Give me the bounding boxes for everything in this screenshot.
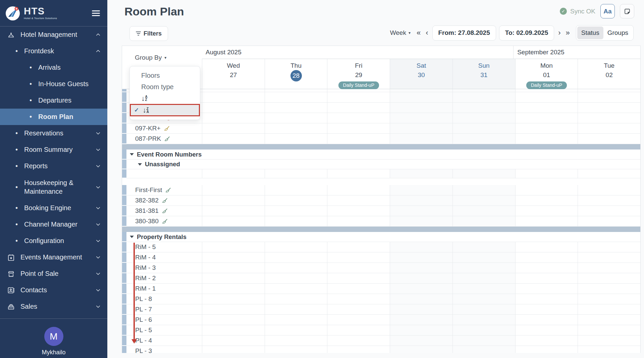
room-label-cell[interactable]: 381-381 bbox=[126, 206, 202, 216]
grid-cell[interactable] bbox=[515, 92, 578, 103]
grid-cell[interactable] bbox=[515, 336, 578, 346]
row-drag-strip[interactable] bbox=[122, 185, 126, 195]
grid-cell[interactable] bbox=[327, 263, 390, 273]
range-mode-dropdown[interactable]: Week ▾ bbox=[390, 29, 411, 37]
group-by-dropdown[interactable]: Group By ▾ bbox=[135, 54, 202, 61]
grid-cell[interactable] bbox=[515, 134, 578, 144]
row-drag-strip[interactable] bbox=[122, 336, 126, 345]
row-drag-strip[interactable] bbox=[122, 263, 126, 273]
grid-cell[interactable] bbox=[578, 185, 640, 195]
grid-cell[interactable] bbox=[452, 103, 515, 113]
sidebar-item-events-management[interactable]: Events Management bbox=[0, 249, 107, 265]
day-header-sun-31[interactable]: Sun31 bbox=[452, 59, 515, 89]
grid-cell[interactable] bbox=[327, 284, 390, 294]
grid-cell[interactable] bbox=[202, 216, 265, 227]
font-size-button[interactable]: Aa bbox=[600, 4, 615, 18]
grid-cell[interactable] bbox=[452, 134, 515, 144]
grid-cell[interactable] bbox=[515, 252, 578, 263]
sidebar-item-frontdesk[interactable]: •Frontdesk bbox=[0, 43, 107, 59]
grid-cell[interactable] bbox=[327, 169, 390, 178]
event-badge[interactable]: Daily Stand-uP bbox=[338, 81, 379, 89]
row-drag-strip[interactable] bbox=[122, 315, 126, 324]
row-drag-strip[interactable] bbox=[122, 92, 126, 102]
grid-cell[interactable] bbox=[327, 294, 390, 304]
grid-cell[interactable] bbox=[265, 242, 327, 252]
sidebar-item-sales[interactable]: Sales bbox=[0, 298, 107, 315]
grid-cell[interactable] bbox=[390, 169, 452, 178]
room-label-cell[interactable] bbox=[126, 169, 202, 178]
room-label-cell[interactable]: 087-PRK bbox=[126, 134, 202, 144]
grid-cell[interactable] bbox=[327, 195, 390, 206]
room-label-cell[interactable]: PL - 5 bbox=[126, 325, 202, 336]
collapse-triangle-icon[interactable] bbox=[130, 153, 134, 156]
grid-cell[interactable] bbox=[515, 103, 578, 113]
sidebar-item-configuration[interactable]: •Configuration bbox=[0, 233, 107, 249]
date-to-field[interactable]: To: 02.09.2025 bbox=[499, 25, 554, 41]
grid-cell[interactable] bbox=[202, 315, 265, 325]
grid-cell[interactable] bbox=[265, 252, 327, 263]
row-drag-strip[interactable] bbox=[122, 160, 126, 169]
grid-cell[interactable] bbox=[515, 242, 578, 252]
sidebar-item-reservations[interactable]: •Reservations bbox=[0, 125, 107, 141]
grid-cell[interactable] bbox=[327, 206, 390, 216]
grid-cell[interactable] bbox=[265, 273, 327, 284]
row-drag-strip[interactable] bbox=[122, 195, 126, 205]
room-label-cell[interactable]: RiM - 3 bbox=[126, 263, 202, 273]
grid-cell[interactable] bbox=[578, 103, 640, 113]
grid-cell[interactable] bbox=[390, 113, 452, 123]
day-header-wed-27[interactable]: Wed27 bbox=[202, 59, 265, 89]
date-from-field[interactable]: From: 27.08.2025 bbox=[432, 25, 496, 41]
grid-cell[interactable] bbox=[327, 336, 390, 346]
grid-cell[interactable] bbox=[390, 252, 452, 263]
day-header-thu-28[interactable]: Thu28 bbox=[265, 59, 327, 89]
grid-cell[interactable] bbox=[265, 294, 327, 304]
grid-cell[interactable] bbox=[390, 315, 452, 325]
grid-cell[interactable] bbox=[202, 134, 265, 144]
grid-cell[interactable] bbox=[202, 89, 265, 92]
grid-cell[interactable] bbox=[515, 169, 578, 178]
row-drag-strip[interactable] bbox=[122, 325, 126, 335]
row-drag-strip[interactable] bbox=[122, 284, 126, 293]
grid-cell[interactable] bbox=[390, 263, 452, 273]
grid-cell[interactable] bbox=[390, 103, 452, 113]
sidebar-item-hotel-management[interactable]: Hotel Management bbox=[0, 26, 107, 43]
grid-cell[interactable] bbox=[578, 206, 640, 216]
grid-cell[interactable] bbox=[452, 169, 515, 178]
grid-cell[interactable] bbox=[390, 92, 452, 103]
group-label-cell[interactable]: Property Rentals bbox=[126, 232, 640, 242]
grid-cell[interactable] bbox=[390, 195, 452, 206]
grid-cell[interactable] bbox=[578, 134, 640, 144]
grid-cell[interactable] bbox=[327, 315, 390, 325]
grid-cell[interactable] bbox=[265, 185, 327, 195]
row-drag-strip[interactable] bbox=[122, 123, 126, 133]
grid-cell[interactable] bbox=[327, 346, 390, 353]
grid-cell[interactable] bbox=[390, 89, 452, 92]
grid-cell[interactable] bbox=[202, 325, 265, 336]
grid-cell[interactable] bbox=[452, 123, 515, 134]
grid-cell[interactable] bbox=[390, 206, 452, 216]
row-drag-strip[interactable] bbox=[122, 232, 126, 241]
row-drag-strip[interactable] bbox=[122, 346, 126, 353]
room-label-cell[interactable]: RiM - 5 bbox=[126, 242, 202, 252]
grid-cell[interactable] bbox=[202, 304, 265, 315]
grid-cell[interactable] bbox=[452, 346, 515, 353]
group-by-option-floors[interactable]: Floors bbox=[130, 70, 200, 81]
grid-cell[interactable] bbox=[578, 123, 640, 134]
grid-cell[interactable] bbox=[265, 89, 327, 92]
grid-cell[interactable] bbox=[515, 216, 578, 227]
grid-cell[interactable] bbox=[452, 284, 515, 294]
grid-cell[interactable] bbox=[515, 315, 578, 325]
grid-cell[interactable] bbox=[327, 216, 390, 227]
room-label-cell[interactable]: 382-382 bbox=[126, 195, 202, 206]
grid-cell[interactable] bbox=[265, 123, 327, 134]
grid-cell[interactable] bbox=[327, 242, 390, 252]
grid-cell[interactable] bbox=[578, 242, 640, 252]
grid-cell[interactable] bbox=[578, 113, 640, 123]
grid-cell[interactable] bbox=[202, 113, 265, 123]
grid-cell[interactable] bbox=[265, 216, 327, 227]
group-label-cell[interactable]: Unassigned bbox=[126, 160, 640, 169]
grid-cell[interactable] bbox=[578, 195, 640, 206]
grid-cell[interactable] bbox=[515, 185, 578, 195]
grid-cell[interactable] bbox=[452, 206, 515, 216]
grid-cell[interactable] bbox=[390, 304, 452, 315]
